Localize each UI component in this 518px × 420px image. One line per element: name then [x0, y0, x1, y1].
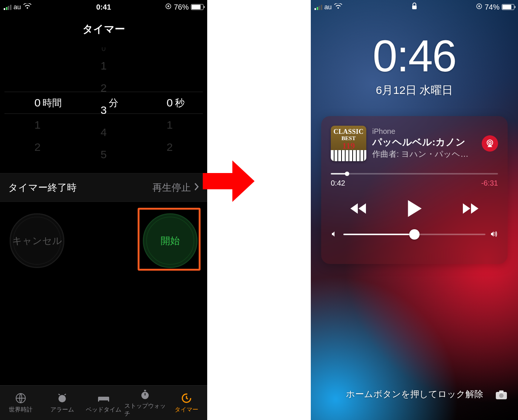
playback-device: iPhone [372, 127, 476, 136]
picker-hours[interactable]: 0 1 2 3 時間 [4, 47, 71, 158]
svg-point-11 [489, 142, 491, 144]
time-remaining: -6:31 [481, 179, 498, 187]
time-elapsed: 0:42 [331, 179, 345, 187]
bed-icon [97, 392, 110, 404]
chevron-right-icon [194, 182, 199, 193]
svg-rect-9 [412, 6, 417, 9]
status-bar: au 0:41 76% [0, 0, 207, 14]
svg-rect-5 [108, 400, 109, 402]
airplay-button[interactable] [482, 135, 498, 152]
page-title: タイマー [0, 14, 207, 47]
track-title: パッヘルベル:カノン [372, 136, 476, 149]
volume-high-icon [490, 230, 498, 238]
volume-slider[interactable] [343, 234, 485, 235]
when-timer-ends-row[interactable]: タイマー終了時 再生停止 [0, 173, 207, 202]
tab-timer[interactable]: タイマー [166, 386, 207, 420]
globe-icon [15, 392, 26, 404]
svg-rect-4 [98, 400, 99, 402]
svg-rect-7 [144, 390, 146, 391]
when-timer-ends-value: 再生停止 [152, 181, 191, 194]
wifi-icon [334, 3, 342, 11]
battery-percent: 76% [174, 3, 189, 11]
forward-button[interactable] [457, 196, 483, 221]
tab-bedtime[interactable]: ベッドタイム [83, 386, 124, 420]
tab-world-clock[interactable]: 世界時計 [0, 386, 41, 420]
picker-hours-value: 0 [34, 96, 41, 109]
unlock-hint: ホームボタンを押してロック解除 [311, 388, 518, 400]
now-playing-card: CLASSIC BEST 119 iPhone パッヘルベル:カノン 作曲者: … [321, 116, 508, 264]
signal-icon [4, 4, 11, 10]
signal-icon [314, 4, 322, 10]
picker-seconds-value: 0 [166, 96, 173, 109]
scrubber[interactable] [331, 171, 498, 177]
battery-icon [191, 4, 204, 10]
transition-arrow-icon [203, 155, 255, 207]
seconds-unit: 秒 [175, 92, 185, 114]
picker-minutes-value: 3 [101, 104, 107, 116]
carrier-label: au [324, 3, 332, 11]
lock-screen: au 74% 0:46 6月12日 水曜日 CLASSIC BEST 119 i… [311, 0, 518, 420]
lock-clock: 0:46 [311, 30, 518, 81]
wifi-icon [23, 3, 31, 11]
timer-icon [181, 392, 192, 404]
play-button[interactable] [401, 196, 427, 221]
tab-stopwatch[interactable]: ストップウォッチ [124, 386, 166, 420]
svg-point-10 [477, 4, 482, 9]
stopwatch-icon [139, 388, 151, 401]
lock-date: 6月12日 水曜日 [311, 83, 518, 98]
hours-unit: 時間 [43, 92, 62, 114]
picker-seconds[interactable]: 0 1 2 3 秒 [137, 47, 203, 158]
rotation-lock-icon [165, 3, 172, 11]
rotation-lock-icon [476, 3, 482, 11]
track-artist: 作曲者: ヨハン・パッヘルベル [372, 149, 476, 160]
alarm-icon [57, 392, 68, 404]
album-artwork[interactable]: CLASSIC BEST 119 [331, 126, 366, 161]
svg-point-14 [499, 393, 504, 398]
lock-icon [411, 4, 417, 11]
timer-screen: au 0:41 76% タイマー 0 1 2 3 時間 [0, 0, 207, 420]
status-time: 0:41 [70, 3, 137, 11]
tab-alarm[interactable]: アラーム [41, 386, 83, 420]
svg-rect-3 [98, 397, 109, 400]
status-bar-lock: au 74% [311, 0, 518, 14]
battery-percent: 74% [485, 3, 500, 11]
minutes-unit: 分 [109, 92, 118, 114]
start-button[interactable]: 開始 [143, 213, 198, 268]
svg-point-0 [166, 4, 171, 9]
battery-icon [502, 4, 514, 10]
camera-icon[interactable] [495, 390, 508, 402]
carrier-label: au [14, 3, 21, 11]
svg-point-2 [58, 395, 66, 402]
cancel-button[interactable]: キャンセル [10, 213, 64, 268]
picker-minutes[interactable]: 0 1 2 3 4 5 6 分 [71, 47, 137, 158]
svg-rect-15 [499, 390, 504, 393]
rewind-button[interactable] [346, 196, 371, 221]
when-timer-ends-label: タイマー終了時 [8, 181, 77, 194]
volume-low-icon [331, 230, 339, 238]
time-picker[interactable]: 0 1 2 3 時間 0 1 2 3 4 5 6 分 0 1 2 [0, 47, 207, 158]
tab-bar: 世界時計 アラーム ベッドタイム ストップウォッチ タイマー [0, 385, 207, 420]
